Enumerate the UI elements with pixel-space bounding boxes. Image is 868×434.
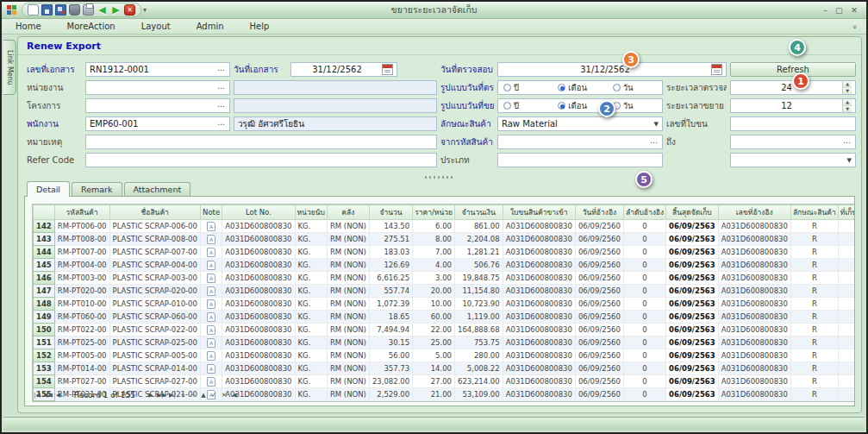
delete-icon[interactable]	[69, 4, 80, 16]
cell-note[interactable]: A	[200, 246, 222, 259]
cell[interactable]: A031D600800830	[503, 233, 575, 246]
check-date-field[interactable]: 31/12/2562	[497, 62, 727, 77]
cell[interactable]: RM (NON)	[327, 375, 369, 388]
cell[interactable]: RM-PT003-00	[54, 272, 109, 285]
remark-field[interactable]	[85, 135, 437, 149]
cell[interactable]: A031D600800830	[718, 259, 790, 272]
cell[interactable]: 275.51	[369, 233, 412, 246]
cell[interactable]: R	[790, 285, 838, 298]
cell[interactable]: KG.	[295, 220, 327, 233]
tab-home[interactable]: Home	[16, 22, 41, 31]
radio-option-วัน[interactable]: วัน	[608, 99, 662, 112]
cancel-edit-button[interactable]: ✕	[219, 389, 229, 400]
cell[interactable]	[838, 311, 855, 324]
cell[interactable]: 5,008.22	[454, 362, 503, 375]
cell[interactable]	[838, 285, 855, 298]
employee-field[interactable]: EMP60-001 ⋯	[85, 116, 230, 131]
cell[interactable]: 1,119.00	[454, 311, 503, 324]
tab-help[interactable]: Help	[250, 22, 270, 31]
cell[interactable]: 06/09/2560	[575, 337, 623, 349]
cell[interactable]: 0	[623, 298, 665, 311]
department-field[interactable]: ⋯	[85, 80, 230, 95]
cell[interactable]: PLASTIC SCRAP-020-00	[109, 285, 200, 298]
table-row[interactable]: 143RM-PT008-00PLASTIC SCRAP-008-00AA031D…	[34, 233, 856, 246]
calendar-icon[interactable]	[711, 64, 722, 75]
note-icon[interactable]: A	[207, 364, 215, 374]
cell[interactable]: A031D600800830	[222, 272, 295, 285]
cell[interactable]: KG.	[295, 298, 327, 311]
cell[interactable]: 7.00	[413, 246, 455, 259]
cell[interactable]: A031D600800830	[503, 324, 575, 337]
cell[interactable]: PLASTIC SCRAP-005-00	[109, 349, 200, 362]
cell[interactable]: 25.00	[413, 337, 455, 349]
cell[interactable]: KG.	[295, 337, 327, 349]
from-item-code-field[interactable]: ⋯	[497, 135, 663, 149]
cell[interactable]: RM (NON)	[327, 259, 369, 272]
table-row[interactable]: 149RM-PT060-00PLASTIC SCRAP-060-00AA031D…	[34, 311, 856, 324]
note-icon[interactable]: A	[207, 274, 215, 283]
tab-detail[interactable]: Detail	[27, 181, 70, 197]
note-icon[interactable]: A	[207, 338, 215, 348]
cell[interactable]: R	[790, 246, 838, 259]
item-type-dropdown[interactable]: Raw Material ▼	[497, 116, 663, 131]
cell[interactable]: 357.73	[369, 362, 412, 375]
print-icon[interactable]	[83, 4, 94, 16]
cell[interactable]: RM (NON)	[327, 388, 369, 401]
end-edit-button[interactable]: ✓	[209, 389, 219, 400]
doc-no-lookup-icon[interactable]: ⋯	[215, 66, 226, 74]
cell[interactable]: 19,848.75	[454, 272, 503, 285]
table-row[interactable]: 153RM-PT014-00PLASTIC SCRAP-014-00AA031D…	[34, 362, 856, 375]
close-document-icon[interactable]: ✕	[124, 4, 135, 16]
from-item-code-lookup-icon[interactable]: ⋯	[647, 138, 659, 147]
cell[interactable]: KG.	[295, 259, 327, 272]
last-record-button[interactable]: ▶|	[167, 389, 178, 400]
cell[interactable]: A031D600800830	[503, 272, 575, 285]
cell[interactable]: RM-PT027-00	[54, 375, 109, 388]
cell[interactable]: A031D600800830	[503, 220, 575, 233]
cell[interactable]: A031D600800830	[222, 246, 295, 259]
cell[interactable]: RM-PT020-00	[54, 285, 109, 298]
prev-page-button[interactable]: ◀◀	[42, 389, 53, 400]
cell[interactable]: 8.00	[413, 233, 455, 246]
cell[interactable]: R	[790, 233, 838, 246]
calendar-icon[interactable]	[382, 64, 393, 75]
cell[interactable]: A031D600800830	[222, 259, 295, 272]
row-indicator[interactable]: 145	[34, 259, 55, 272]
cell[interactable]: A031D600800830	[222, 285, 295, 298]
column-header[interactable]: คลัง	[327, 205, 369, 220]
cell[interactable]	[838, 259, 855, 272]
cell[interactable]: PLASTIC SCRAP-007-00	[109, 246, 200, 259]
employee-lookup-icon[interactable]: ⋯	[215, 120, 226, 129]
note-icon[interactable]: A	[207, 286, 215, 296]
table-row[interactable]: 152RM-PT005-00PLASTIC SCRAP-005-00AA031D…	[34, 349, 856, 362]
cell[interactable]: PLASTIC SCRAP-060-00	[109, 311, 200, 324]
cell[interactable]: KG.	[295, 349, 327, 362]
chevron-down-icon[interactable]: ▼	[652, 121, 659, 128]
project-lookup-icon[interactable]: ⋯	[215, 102, 226, 110]
cell-note[interactable]: A	[200, 285, 222, 298]
cell[interactable]: 06/09/2560	[575, 272, 623, 285]
row-indicator[interactable]: 144	[34, 246, 55, 259]
column-header[interactable]: ราคา/หน่วย	[413, 205, 455, 220]
note-icon[interactable]: A	[207, 248, 215, 257]
cell[interactable]: 06/09/2563	[666, 272, 719, 285]
cell[interactable]: RM (NON)	[327, 220, 369, 233]
cell[interactable]: 30.15	[369, 337, 412, 349]
to-item-code-field[interactable]: ⋯	[730, 135, 856, 149]
cell[interactable]: 06/09/2560	[575, 220, 623, 233]
cell[interactable]: 6.00	[413, 220, 455, 233]
cell[interactable]: 53,109.00	[454, 388, 503, 401]
cell[interactable]: 506.76	[454, 259, 503, 272]
row-indicator[interactable]: 153	[34, 362, 55, 375]
cell[interactable]: A031D600800830	[718, 246, 790, 259]
note-icon[interactable]: A	[207, 377, 215, 387]
row-indicator[interactable]: 149	[34, 311, 55, 324]
cell[interactable]: KG.	[295, 246, 327, 259]
cell[interactable]: 1,072.39	[369, 298, 412, 311]
cell[interactable]: 06/09/2563	[666, 388, 719, 401]
minimize-button[interactable]: –	[823, 5, 827, 15]
tab-remark[interactable]: Remark	[72, 182, 122, 196]
cell[interactable]: 14.00	[413, 362, 455, 375]
cell[interactable]: 10.00	[413, 298, 455, 311]
cell[interactable]: RM-PT022-00	[54, 324, 109, 337]
